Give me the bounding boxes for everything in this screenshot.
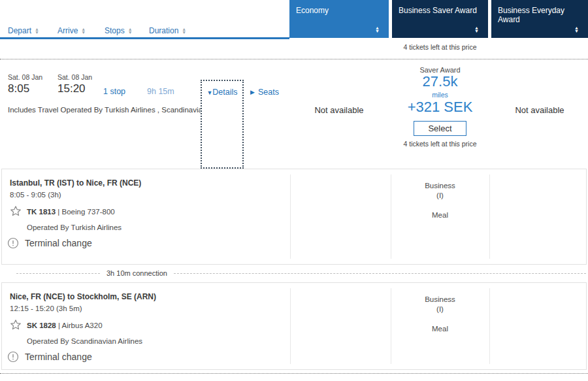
stops-link[interactable]: 1 stop bbox=[103, 87, 125, 96]
saver-miles-unit: miles bbox=[392, 91, 488, 99]
alert-circle-icon bbox=[7, 351, 19, 363]
column-header-business-everyday[interactable]: Business Everyday Award ▲▼ bbox=[491, 0, 588, 38]
segment-times: 8:05 - 9:05 (3h) bbox=[10, 191, 61, 199]
sort-arrows-icon: ▲▼ bbox=[35, 27, 39, 34]
economy-header-label: Economy bbox=[296, 6, 329, 15]
segment-route: Nice, FR (NCE) to Stockholm, SE (ARN) bbox=[10, 292, 156, 301]
row-top-dotted-border bbox=[0, 59, 588, 59]
terminal-change-label: Terminal change bbox=[25, 352, 92, 362]
seats-label: Seats bbox=[258, 88, 279, 97]
sort-stops-label: Stops bbox=[105, 26, 125, 35]
sort-arrows-icon: ▲▼ bbox=[574, 26, 579, 33]
select-button[interactable]: Select bbox=[414, 121, 466, 136]
connection-row: 3h 10m connection bbox=[16, 269, 586, 277]
meal-amenity: Meal bbox=[391, 210, 489, 220]
operated-by: Operated By Scandinavian Airlines bbox=[27, 337, 142, 345]
aircraft-type: Boeing 737-800 bbox=[62, 208, 115, 216]
chevron-down-icon: ▼ bbox=[206, 90, 212, 96]
terminal-change-warning: Terminal change bbox=[7, 237, 92, 249]
star-alliance-icon bbox=[10, 205, 22, 217]
terminal-change-label: Terminal change bbox=[25, 238, 92, 248]
segment-route: Istanbul, TR (IST) to Nice, FR (NCE) bbox=[10, 178, 141, 188]
cabin-name: Business bbox=[391, 295, 489, 305]
depart-date: Sat. 08 Jan bbox=[8, 73, 42, 81]
divider-pipe: | bbox=[57, 208, 59, 216]
star-alliance-icon bbox=[10, 319, 22, 331]
aircraft-type: Airbus A320 bbox=[62, 322, 103, 329]
operated-by: Operated By Turkish Airlines bbox=[27, 224, 122, 231]
depart-time: 8:05 bbox=[8, 82, 29, 95]
flight-info: TK 1813 | Boeing 737-800 bbox=[27, 208, 115, 216]
chevron-right-icon: ▶ bbox=[250, 89, 255, 95]
operated-by-note: Includes Travel Operated By Turkish Airl… bbox=[8, 106, 201, 114]
tickets-left-note: 4 tickets left at this price bbox=[392, 43, 488, 51]
booking-class: (I) bbox=[391, 191, 489, 201]
segment-card-2: Nice, FR (NCE) to Stockholm, SE (ARN) 12… bbox=[1, 282, 587, 370]
economy-fare-cell: Not available bbox=[289, 105, 389, 115]
cabin-name: Business bbox=[391, 181, 489, 191]
arrive-time: 15:20 bbox=[57, 82, 86, 95]
sort-header-underline bbox=[0, 37, 289, 39]
sort-arrive[interactable]: Arrive ▲▼ bbox=[57, 26, 86, 35]
saver-tickets-note: 4 tickets left at this price bbox=[392, 140, 488, 148]
meal-amenity: Meal bbox=[391, 324, 489, 334]
sort-stops[interactable]: Stops ▲▼ bbox=[105, 26, 133, 35]
segment-card-1: Istanbul, TR (IST) to Nice, FR (NCE) 8:0… bbox=[1, 169, 587, 265]
everyday-fare-cell: Not available bbox=[491, 105, 588, 115]
column-header-economy[interactable]: Economy ▲▼ bbox=[289, 0, 389, 38]
column-divider bbox=[489, 174, 490, 259]
cabin-info: Business (I) Meal bbox=[391, 181, 489, 220]
sort-arrows-icon: ▲▼ bbox=[81, 27, 86, 34]
connection-dash-left bbox=[16, 273, 100, 274]
column-divider bbox=[290, 174, 291, 259]
flight-info: SK 1828 | Airbus A320 bbox=[27, 322, 103, 329]
sort-arrive-label: Arrive bbox=[57, 26, 78, 35]
flight-number: TK 1813 bbox=[27, 208, 56, 216]
cabin-info: Business (I) Meal bbox=[391, 295, 489, 334]
alert-circle-icon bbox=[7, 237, 19, 249]
column-header-business-saver[interactable]: Business Saver Award ▲▼ bbox=[392, 0, 488, 38]
saver-miles-value: 27.5k bbox=[392, 73, 488, 90]
sort-depart-label: Depart bbox=[8, 26, 31, 35]
saver-cash-value: +321 SEK bbox=[392, 99, 488, 116]
sort-arrows-icon: ▲▼ bbox=[128, 27, 133, 34]
details-toggle[interactable]: ▼Details bbox=[201, 80, 244, 169]
column-divider bbox=[489, 288, 490, 364]
sort-arrows-icon: ▲▼ bbox=[474, 26, 479, 33]
sort-depart[interactable]: Depart ▲▼ bbox=[8, 26, 39, 35]
connection-label: 3h 10m connection bbox=[106, 269, 167, 277]
divider-pipe: | bbox=[58, 322, 60, 329]
business-everyday-header-label: Business Everyday Award bbox=[498, 6, 564, 24]
row-bottom-dotted-border bbox=[0, 373, 588, 374]
terminal-change-warning: Terminal change bbox=[7, 351, 92, 363]
column-divider bbox=[290, 288, 291, 364]
duration-value: 9h 15m bbox=[147, 87, 174, 96]
connection-dash-right bbox=[174, 273, 586, 274]
sort-arrows-icon: ▲▼ bbox=[375, 26, 380, 33]
sort-duration-label: Duration bbox=[149, 26, 178, 35]
sort-duration[interactable]: Duration ▲▼ bbox=[149, 26, 186, 35]
award-results-page: Depart ▲▼ Arrive ▲▼ Stops ▲▼ Duration ▲▼… bbox=[0, 0, 588, 381]
seats-link[interactable]: ▶Seats bbox=[250, 88, 279, 97]
booking-class: (I) bbox=[391, 305, 489, 314]
details-label: Details bbox=[212, 88, 237, 97]
flight-number: SK 1828 bbox=[27, 322, 56, 329]
business-saver-header-label: Business Saver Award bbox=[399, 6, 477, 15]
sort-arrows-icon: ▲▼ bbox=[182, 27, 186, 34]
arrive-date: Sat. 08 Jan bbox=[57, 73, 92, 81]
segment-times: 12:15 - 15:20 (3h 5m) bbox=[10, 305, 82, 312]
